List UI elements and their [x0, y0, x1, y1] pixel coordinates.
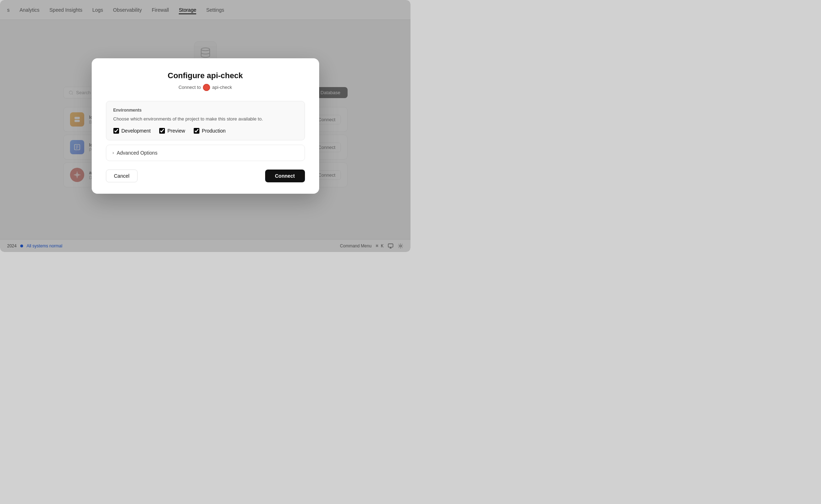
advanced-options-section[interactable]: › Advanced Options	[106, 145, 305, 161]
preview-label: Preview	[167, 128, 185, 134]
environments-section: Environments Choose which environments o…	[106, 101, 305, 141]
modal-footer: Cancel Connect	[106, 170, 305, 182]
production-checkbox-item[interactable]: Production	[194, 128, 226, 134]
api-check-subtitle-logo	[203, 84, 210, 91]
api-check-logo-svg	[204, 85, 209, 90]
modal-subtitle: Connect to api-check	[106, 84, 305, 91]
development-label: Development	[122, 128, 151, 134]
svg-point-20	[204, 85, 209, 90]
modal-subtitle-prefix: Connect to	[178, 85, 201, 90]
configure-modal: Configure api-check Connect to api-check…	[92, 58, 319, 194]
checkboxes-row: Development Preview Production	[113, 128, 297, 134]
development-checkbox-item[interactable]: Development	[113, 128, 151, 134]
environments-description: Choose which environments of the project…	[113, 116, 297, 123]
production-checkbox[interactable]	[194, 128, 199, 134]
production-label: Production	[202, 128, 226, 134]
svg-point-23	[206, 86, 208, 88]
modal-connect-button[interactable]: Connect	[265, 170, 305, 182]
environments-label: Environments	[113, 108, 297, 113]
modal-title: Configure api-check	[106, 71, 305, 80]
modal-subtitle-project: api-check	[212, 85, 232, 90]
advanced-options-label: Advanced Options	[117, 150, 157, 156]
chevron-right-icon: ›	[113, 150, 114, 155]
cancel-button[interactable]: Cancel	[106, 170, 138, 182]
preview-checkbox-item[interactable]: Preview	[159, 128, 185, 134]
preview-checkbox[interactable]	[159, 128, 165, 134]
modal-overlay: Configure api-check Connect to api-check…	[0, 0, 410, 252]
development-checkbox[interactable]	[113, 128, 119, 134]
